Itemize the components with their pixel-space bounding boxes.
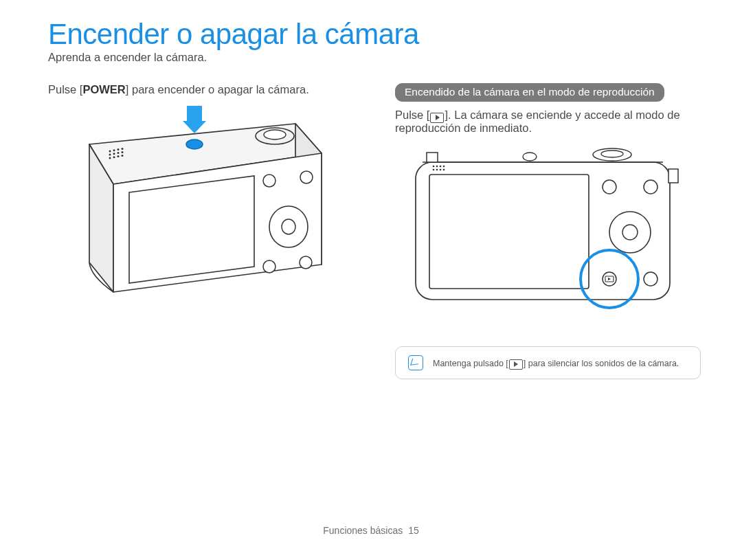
camera-illustration-power xyxy=(48,103,344,302)
svg-rect-21 xyxy=(187,106,202,121)
svg-point-0 xyxy=(109,150,111,153)
left-instruction-prefix: Pulse [ xyxy=(48,83,82,96)
page-title: Encender o apagar la cámara xyxy=(48,19,701,49)
left-column: Pulse [POWER] para encender o apagar la … xyxy=(48,83,354,379)
svg-point-2 xyxy=(117,148,120,150)
svg-point-39 xyxy=(622,225,638,240)
svg-point-34 xyxy=(436,169,438,171)
svg-point-19 xyxy=(263,260,276,273)
svg-point-14 xyxy=(264,130,286,139)
svg-point-5 xyxy=(113,153,115,155)
svg-rect-37 xyxy=(668,169,678,183)
note-icon xyxy=(408,355,423,370)
svg-point-32 xyxy=(443,166,445,168)
svg-point-8 xyxy=(109,157,111,159)
camera-power-figure xyxy=(48,103,344,302)
svg-marker-22 xyxy=(183,121,206,133)
svg-point-3 xyxy=(122,148,124,150)
svg-point-30 xyxy=(436,166,438,168)
svg-point-27 xyxy=(601,150,623,157)
svg-point-10 xyxy=(117,155,120,157)
svg-point-25 xyxy=(523,153,537,161)
svg-rect-28 xyxy=(429,175,589,289)
camera-illustration-playback xyxy=(395,142,690,320)
note-text-suffix: ] para silenciar los sonidos de la cámar… xyxy=(524,358,679,368)
right-instruction: Pulse []. La cámara se enciende y accede… xyxy=(395,109,701,135)
svg-point-31 xyxy=(440,166,442,168)
left-instruction-suffix: ] para encender o apagar la cámara. xyxy=(126,83,309,96)
play-icon xyxy=(509,359,523,370)
svg-point-41 xyxy=(644,180,657,194)
page: Encender o apagar la cámara Aprenda a en… xyxy=(0,0,742,560)
right-instruction-prefix: Pulse [ xyxy=(395,109,429,121)
svg-rect-24 xyxy=(427,153,438,162)
power-arrow-icon xyxy=(183,106,206,133)
svg-point-40 xyxy=(603,180,616,194)
svg-point-29 xyxy=(433,166,435,168)
svg-point-33 xyxy=(433,169,435,171)
page-subtitle: Aprenda a encender la cámara. xyxy=(48,51,701,64)
svg-point-18 xyxy=(300,171,313,183)
svg-point-17 xyxy=(263,175,276,187)
svg-point-6 xyxy=(117,152,120,154)
playback-button-on-camera xyxy=(603,272,616,286)
playback-mode-heading: Encendido de la cámara en el modo de rep… xyxy=(395,83,664,102)
svg-point-11 xyxy=(122,155,124,157)
svg-point-42 xyxy=(644,272,657,286)
note-box: Mantenga pulsado [] para silenciar los s… xyxy=(395,346,701,379)
svg-point-16 xyxy=(282,219,295,234)
svg-point-7 xyxy=(122,151,124,153)
svg-point-36 xyxy=(443,169,445,171)
camera-playback-figure xyxy=(395,142,690,320)
svg-point-1 xyxy=(113,149,115,151)
footer-section: Funciones básicas xyxy=(323,525,403,536)
svg-point-9 xyxy=(113,156,115,158)
power-keyword: POWER xyxy=(82,83,125,96)
svg-point-12 xyxy=(186,139,203,149)
play-icon xyxy=(430,113,444,123)
note-text: Mantenga pulsado [] para silenciar los s… xyxy=(433,358,679,368)
svg-point-20 xyxy=(300,256,312,269)
page-footer: Funciones básicas 15 xyxy=(0,525,742,536)
footer-page-number: 15 xyxy=(408,525,419,536)
left-instruction: Pulse [POWER] para encender o apagar la … xyxy=(48,83,354,96)
svg-point-4 xyxy=(109,154,111,156)
svg-point-35 xyxy=(440,169,442,171)
right-column: Encendido de la cámara en el modo de rep… xyxy=(395,83,701,379)
two-column-layout: Pulse [POWER] para encender o apagar la … xyxy=(48,83,701,379)
note-text-prefix: Mantenga pulsado [ xyxy=(433,358,508,368)
